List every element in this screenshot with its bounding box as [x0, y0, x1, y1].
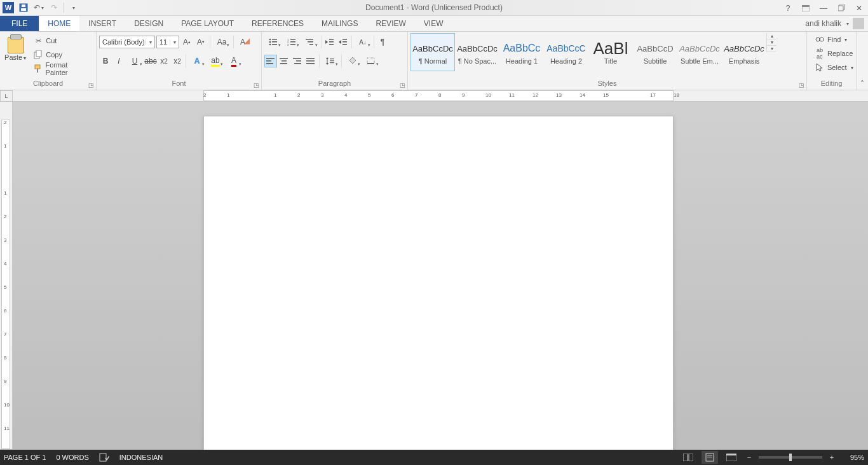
- tab-home[interactable]: HOME: [39, 16, 79, 31]
- font-color-button[interactable]: A: [225, 55, 243, 67]
- style-subtle-em-[interactable]: AaBbCcDcSubtle Em...: [677, 33, 722, 71]
- customize-qat-button[interactable]: ▾: [68, 2, 79, 13]
- copy-button[interactable]: Copy: [31, 48, 92, 61]
- show-marks-button[interactable]: ¶: [376, 36, 389, 48]
- print-layout-button[interactable]: [702, 451, 718, 464]
- font-size-combo[interactable]: 11▾: [156, 36, 179, 48]
- grow-font-button[interactable]: A▴: [180, 36, 193, 48]
- style-heading-1[interactable]: AaBbCcHeading 1: [499, 33, 544, 71]
- status-bar: PAGE 1 OF 1 0 WORDS INDONESIAN − + 95%: [0, 450, 868, 465]
- horizontal-ruler[interactable]: 211234567891011121314151718: [13, 90, 868, 102]
- style--no-spac-[interactable]: AaBbCcDc¶ No Spac...: [455, 33, 499, 71]
- bold-button[interactable]: B: [99, 55, 112, 67]
- svg-point-50: [816, 38, 820, 41]
- shrink-font-button[interactable]: A▾: [194, 36, 207, 48]
- italic-button[interactable]: I: [112, 55, 125, 67]
- cut-button[interactable]: ✂Cut: [31, 34, 92, 47]
- word-count[interactable]: 0 WORDS: [56, 454, 88, 461]
- increase-indent-button[interactable]: [337, 36, 349, 48]
- tab-references[interactable]: REFERENCES: [243, 16, 313, 31]
- numbering-button[interactable]: 123: [283, 36, 301, 48]
- minimize-button[interactable]: —: [815, 0, 832, 16]
- subscript-button[interactable]: x2: [158, 55, 170, 67]
- align-center-button[interactable]: [278, 55, 290, 67]
- shading-button[interactable]: [344, 55, 362, 67]
- justify-button[interactable]: [304, 55, 317, 67]
- clipboard-launcher[interactable]: ◳: [87, 81, 95, 89]
- styles-launcher[interactable]: ◳: [797, 81, 805, 89]
- tab-selector[interactable]: L: [0, 90, 13, 102]
- font-name-combo[interactable]: Calibri (Body)▾: [99, 36, 155, 48]
- decrease-indent-button[interactable]: [323, 36, 336, 48]
- spellcheck-icon[interactable]: [99, 453, 109, 462]
- read-mode-button[interactable]: [680, 451, 696, 464]
- styles-scroll-down[interactable]: ▾: [767, 39, 776, 46]
- paragraph-launcher[interactable]: ◳: [398, 81, 406, 89]
- change-case-button[interactable]: Aa: [213, 36, 231, 48]
- text-effects-button[interactable]: A: [188, 55, 206, 67]
- collapse-ribbon-button[interactable]: ˄: [857, 32, 868, 90]
- font-launcher[interactable]: ◳: [252, 81, 260, 89]
- tab-design[interactable]: DESIGN: [125, 16, 172, 31]
- highlight-button[interactable]: ab: [207, 55, 224, 67]
- styles-more-button[interactable]: ▾: [767, 46, 776, 52]
- style-title[interactable]: AaBlTitle: [588, 33, 633, 71]
- svg-rect-41: [306, 58, 315, 59]
- style-emphasis[interactable]: AaBbCcDcEmphasis: [722, 33, 766, 71]
- paste-button[interactable]: Paste▾: [3, 33, 28, 61]
- bullets-button[interactable]: [264, 36, 282, 48]
- borders-button[interactable]: [362, 55, 380, 67]
- svg-rect-2: [22, 4, 25, 7]
- find-button[interactable]: Find▾: [812, 33, 856, 46]
- undo-button[interactable]: ↶▾: [33, 2, 44, 13]
- user-account[interactable]: andi khalik ▾: [805, 16, 864, 31]
- strikethrough-button[interactable]: abc: [144, 55, 157, 67]
- restore-button[interactable]: [832, 0, 850, 16]
- ribbon-display-options-button[interactable]: [797, 0, 815, 16]
- replace-button[interactable]: abacReplace: [812, 47, 856, 60]
- svg-rect-38: [293, 58, 301, 59]
- save-button[interactable]: [18, 2, 29, 13]
- line-spacing-button[interactable]: [322, 55, 339, 67]
- clear-formatting-button[interactable]: A◢: [236, 36, 249, 48]
- sort-button[interactable]: A↓: [354, 36, 372, 48]
- underline-button[interactable]: U: [126, 55, 144, 67]
- svg-rect-16: [272, 44, 277, 45]
- zoom-level[interactable]: 95%: [841, 454, 864, 461]
- style-heading-2[interactable]: AaBbCcCHeading 2: [544, 33, 588, 71]
- multilevel-list-button[interactable]: [301, 36, 319, 48]
- group-editing: Find▾ abacReplace Select▾ Editing: [807, 32, 857, 90]
- align-left-button[interactable]: [264, 55, 277, 67]
- superscript-button[interactable]: x2: [171, 55, 184, 67]
- group-font: Calibri (Body)▾ 11▾ A▴ A▾ Aa A◢ B I U ab…: [97, 32, 262, 90]
- styles-scroll-up[interactable]: ▴: [767, 33, 776, 39]
- svg-rect-18: [290, 39, 295, 40]
- web-layout-button[interactable]: [723, 451, 740, 464]
- ribbon: Paste▾ ✂Cut Copy Format Painter Clipboar…: [0, 32, 868, 90]
- tab-page-layout[interactable]: PAGE LAYOUT: [172, 16, 243, 31]
- zoom-out-button[interactable]: −: [745, 454, 754, 461]
- tab-insert[interactable]: INSERT: [79, 16, 125, 31]
- help-button[interactable]: ?: [779, 0, 797, 16]
- vertical-ruler[interactable]: 211234567891011: [0, 102, 13, 449]
- page-indicator[interactable]: PAGE 1 OF 1: [4, 454, 46, 461]
- tab-mailings[interactable]: MAILINGS: [313, 16, 367, 31]
- format-painter-button[interactable]: Format Painter: [31, 62, 92, 75]
- tab-view[interactable]: VIEW: [415, 16, 452, 31]
- tab-review[interactable]: REVIEW: [367, 16, 414, 31]
- svg-text:3: 3: [287, 43, 289, 46]
- align-right-button[interactable]: [291, 55, 304, 67]
- svg-rect-12: [272, 39, 277, 40]
- close-button[interactable]: ✕: [850, 0, 868, 16]
- svg-rect-47: [330, 62, 334, 63]
- redo-button[interactable]: ↷: [48, 2, 60, 13]
- style-subtitle[interactable]: AaBbCcDSubtitle: [633, 33, 677, 71]
- style--normal[interactable]: AaBbCcDc¶ Normal: [410, 33, 455, 71]
- tab-file[interactable]: FILE: [0, 16, 39, 31]
- svg-rect-54: [689, 454, 693, 461]
- select-button[interactable]: Select▾: [812, 61, 856, 74]
- zoom-in-button[interactable]: +: [827, 454, 836, 461]
- zoom-slider[interactable]: [759, 456, 822, 459]
- document-page[interactable]: [203, 116, 674, 465]
- language-indicator[interactable]: INDONESIAN: [119, 454, 163, 461]
